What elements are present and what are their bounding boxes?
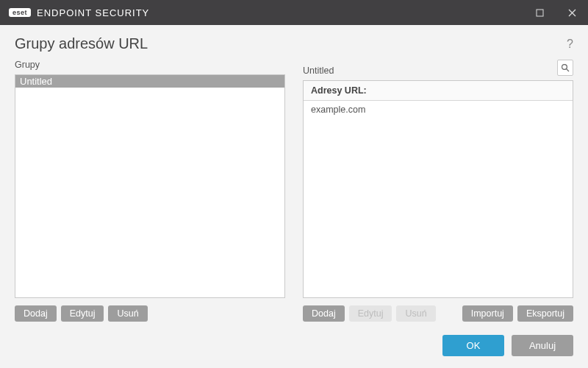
- brand-text: ENDPOINT SECURITY: [37, 7, 149, 18]
- urls-delete-button[interactable]: Usuń: [396, 305, 435, 322]
- groups-listbox[interactable]: Untitled: [15, 74, 285, 298]
- titlebar: eset ENDPOINT SECURITY: [0, 0, 588, 25]
- groups-button-row: Dodaj Edytuj Usuń: [15, 305, 285, 322]
- urls-label: Untitled: [303, 66, 334, 76]
- urls-label-row: Untitled: [303, 60, 573, 76]
- ok-button[interactable]: OK: [442, 335, 504, 356]
- search-button[interactable]: [557, 60, 573, 76]
- close-icon: [568, 9, 576, 17]
- maximize-icon: [536, 9, 544, 17]
- urls-button-row: Dodaj Edytuj Usuń Importuj Eksportuj: [303, 305, 573, 322]
- spacer: [440, 305, 458, 322]
- urls-column: Untitled Adresy URL: example.com Dodaj E…: [303, 60, 573, 322]
- groups-edit-button[interactable]: Edytuj: [61, 305, 104, 322]
- urls-edit-button[interactable]: Edytuj: [349, 305, 392, 322]
- window-controls: [523, 0, 588, 25]
- header-row: Grupy adresów URL ?: [0, 25, 588, 57]
- footer: OK Anuluj: [0, 322, 588, 368]
- brand-logo: eset: [9, 8, 31, 17]
- urls-table: Adresy URL: example.com: [303, 80, 573, 298]
- groups-column: Grupy Untitled Dodaj Edytuj Usuń: [15, 60, 285, 322]
- content: Grupy Untitled Dodaj Edytuj Usuń Untitle…: [0, 57, 588, 322]
- brand: eset ENDPOINT SECURITY: [9, 7, 149, 18]
- list-item[interactable]: Untitled: [15, 75, 284, 88]
- svg-point-1: [562, 65, 567, 70]
- groups-delete-button[interactable]: Usuń: [108, 305, 147, 322]
- svg-line-2: [567, 69, 569, 71]
- table-row[interactable]: example.com: [304, 101, 573, 118]
- urls-table-header: Adresy URL:: [304, 81, 573, 101]
- maximize-button[interactable]: [523, 0, 556, 25]
- urls-export-button[interactable]: Eksportuj: [517, 305, 573, 322]
- groups-add-button[interactable]: Dodaj: [15, 305, 57, 322]
- urls-table-body[interactable]: example.com: [304, 101, 573, 297]
- groups-label: Grupy: [15, 60, 285, 70]
- close-button[interactable]: [556, 0, 588, 25]
- cancel-button[interactable]: Anuluj: [512, 335, 573, 356]
- urls-add-button[interactable]: Dodaj: [303, 305, 345, 322]
- urls-import-button[interactable]: Importuj: [462, 305, 513, 322]
- svg-rect-0: [537, 10, 543, 16]
- search-icon: [561, 63, 570, 72]
- page-title: Grupy adresów URL: [15, 35, 148, 52]
- help-icon[interactable]: ?: [567, 38, 573, 51]
